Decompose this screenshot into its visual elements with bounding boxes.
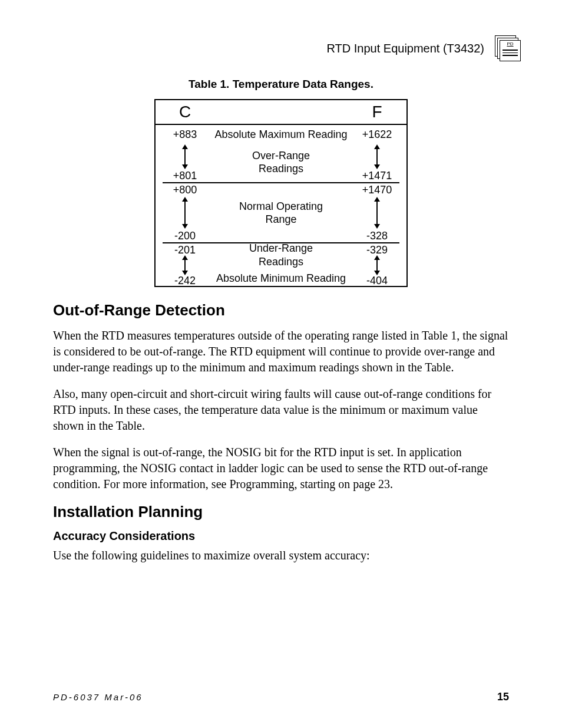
footer-doc-id: PD-6037 Mar-06	[53, 692, 143, 702]
oor-paragraph-1: When the RTD measures temperatures outsi…	[53, 328, 509, 375]
double-arrow-icon	[373, 144, 381, 169]
under-c-bot: -242	[174, 275, 196, 286]
double-arrow-icon	[181, 255, 189, 275]
accuracy-paragraph: Use the following guidelines to maximize…	[53, 548, 509, 564]
svg-marker-16	[374, 255, 380, 260]
col-header-celsius: C	[156, 103, 214, 121]
normal-range-band: +800 -200 Normal Operating Range +1470 -…	[156, 183, 406, 242]
over-c-bot: +801	[173, 170, 197, 181]
table-header-row: C F	[156, 100, 406, 125]
normal-c-bot: -200	[174, 230, 196, 241]
svg-marker-11	[374, 224, 380, 229]
double-arrow-icon	[181, 197, 189, 229]
under-c-top: -201	[174, 245, 196, 255]
abs-max-c: +883	[156, 129, 214, 141]
double-arrow-icon	[181, 144, 189, 169]
svg-marker-10	[374, 197, 380, 202]
under-range-label: Under-Range Readings	[249, 242, 313, 268]
page-footer: PD-6037 Mar-06 15	[53, 691, 509, 703]
col-header-fahrenheit: F	[348, 103, 406, 121]
pd-document-icon: PD	[495, 35, 521, 61]
svg-marker-5	[374, 164, 380, 169]
abs-max-row: +883 Absolute Maximum Reading +1622	[156, 125, 406, 142]
over-range-label: Over-Range Readings	[214, 142, 348, 182]
under-range-band: -201 -242 Under-Range Readings Absolute …	[156, 243, 406, 286]
svg-marker-2	[182, 164, 188, 169]
table-caption: Table 1. Temperature Data Ranges.	[53, 78, 509, 91]
oor-paragraph-2: Also, many open-circuit and short-circui…	[53, 386, 509, 434]
under-f-bot: -404	[366, 275, 388, 286]
oor-paragraph-3: When the signal is out-of-range, the NOS…	[53, 444, 509, 492]
under-f-top: -329	[366, 245, 388, 255]
temperature-range-table: C F +883 Absolute Maximum Reading +1622 …	[154, 99, 408, 287]
abs-max-label: Absolute Maximum Reading	[214, 129, 348, 141]
installation-planning-heading: Installation Planning	[53, 503, 509, 521]
svg-marker-1	[182, 144, 188, 149]
page-header-title: RTD Input Equipment (T3432)	[326, 42, 484, 55]
normal-f-top: +1470	[362, 185, 392, 195]
over-f-bot: +1471	[362, 170, 392, 181]
normal-range-label: Normal Operating Range	[214, 183, 348, 242]
double-arrow-icon	[373, 197, 381, 229]
svg-marker-7	[182, 197, 188, 202]
over-range-band: +801 Over-Range Readings +1471	[156, 142, 406, 182]
svg-marker-4	[374, 144, 380, 149]
double-arrow-icon	[373, 255, 381, 275]
abs-min-label: Absolute Minimum Reading	[216, 272, 346, 285]
svg-marker-14	[182, 271, 188, 275]
footer-page-number: 15	[497, 691, 509, 703]
abs-max-f: +1622	[348, 129, 406, 141]
page-header: RTD Input Equipment (T3432) PD	[53, 35, 521, 61]
out-of-range-heading: Out-of-Range Detection	[53, 301, 509, 319]
normal-f-bot: -328	[366, 230, 388, 241]
normal-c-top: +800	[173, 185, 197, 195]
accuracy-considerations-heading: Accuracy Considerations	[53, 529, 509, 543]
svg-marker-8	[182, 224, 188, 229]
svg-marker-17	[374, 271, 380, 275]
svg-marker-13	[182, 255, 188, 260]
